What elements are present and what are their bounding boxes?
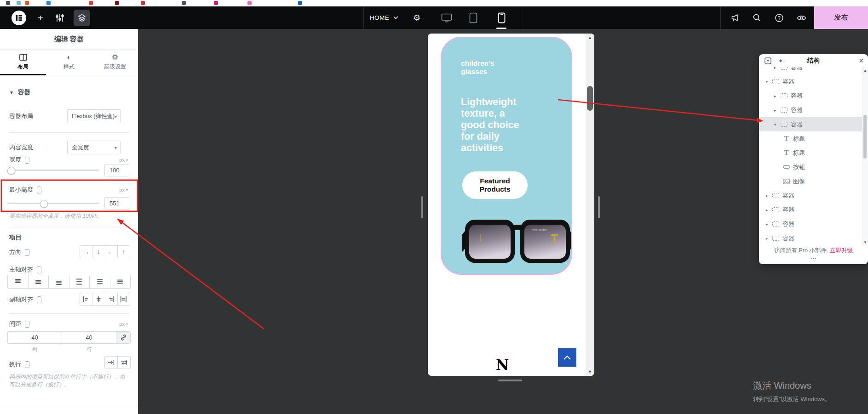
page-settings-icon[interactable]: ⚙ [408,6,425,29]
justify-center-button[interactable] [28,275,49,288]
mobile-preview-viewport[interactable]: children's glasses Lightweight texture, … [428,34,594,376]
site-settings-icon[interactable] [52,6,68,29]
preview-resize-handle-right[interactable] [598,196,600,218]
gap-row-input[interactable] [62,331,116,344]
browser-favicon[interactable] [247,1,252,5]
publish-button[interactable]: 发布 [814,6,868,29]
align-start-button[interactable] [80,293,92,305]
min-height-input[interactable] [104,197,129,210]
ai-sparkle-icon[interactable]: ✦˖ [777,57,786,65]
caret-right-icon[interactable]: ▸ [765,193,769,198]
elementor-logo[interactable] [7,6,30,29]
hero-main-heading[interactable]: Lightweight texture, a good choice for d… [461,96,519,154]
browser-favicon[interactable] [46,1,51,5]
browser-favicon[interactable] [182,1,186,5]
structure-row-heading[interactable]: T 标题 [759,146,862,160]
structure-row-image[interactable]: 图像 [759,174,862,188]
structure-row-heading[interactable]: T 标题 [759,131,862,146]
justify-end-button[interactable] [48,275,69,288]
justify-start-button[interactable] [8,275,28,288]
featured-products-button[interactable]: Featured Products [462,171,528,199]
scrollbar-thumb[interactable] [863,115,867,159]
scrollbar-thumb[interactable] [587,86,593,111]
browser-favicon[interactable] [17,1,21,5]
browser-favicon[interactable] [115,1,119,5]
preview-resize-handle-left[interactable] [421,196,423,218]
direction-row-reverse-button[interactable]: ← [105,246,117,258]
min-height-slider-handle[interactable] [40,200,48,208]
container-layout-select[interactable]: Flexbox (弹性盒) ▾ [67,109,121,123]
direction-column-button[interactable]: ↓ [92,246,104,258]
structure-row-container[interactable]: ▸ 容器 [759,67,862,74]
browser-favicon[interactable] [141,1,145,5]
gap-unit-select[interactable]: px▾ [119,321,128,327]
structure-row-container[interactable]: ▸ 容器 [759,203,862,217]
tab-style[interactable]: ◐ 样式 [46,49,92,75]
pro-upgrade-link[interactable]: 立即升级 [830,247,853,254]
mobile-indicator-icon[interactable] [25,321,29,328]
desktop-preview-icon[interactable] [438,6,455,29]
align-stretch-button[interactable] [117,293,130,305]
direction-column-reverse-button[interactable]: ↑ [117,246,130,258]
nowrap-button[interactable] [105,357,117,369]
browser-favicon[interactable] [298,1,302,5]
content-width-select[interactable]: 全宽度 ▾ [67,141,121,154]
help-icon[interactable]: ? [771,6,787,29]
direction-row-button[interactable]: → [80,246,92,258]
whats-new-icon[interactable] [727,6,743,29]
scroll-down-arrow[interactable]: ▼ [862,240,868,244]
mobile-indicator-icon[interactable] [25,157,29,164]
width-slider-handle[interactable] [7,167,15,175]
gap-link-button[interactable] [116,332,130,343]
footer-logo-letter[interactable]: N [496,357,509,373]
min-height-slider-track[interactable] [7,203,99,204]
browser-favicon[interactable] [6,1,10,5]
width-slider-track[interactable] [7,170,99,171]
mobile-indicator-icon[interactable] [25,249,29,256]
browser-favicon[interactable] [25,1,29,5]
mobile-indicator-icon[interactable] [37,296,41,303]
width-input[interactable] [104,164,129,176]
align-center-button[interactable] [92,293,104,305]
document-switcher[interactable]: HOME [366,6,402,29]
browser-favicon[interactable] [89,1,93,5]
align-end-button[interactable] [105,293,117,305]
structure-row-container[interactable]: ▸ 容器 [759,188,862,203]
structure-more[interactable]: ⋯ [759,255,868,262]
structure-row-button[interactable]: 按钮 [759,160,862,174]
caret-right-icon[interactable]: ▸ [765,236,769,241]
justify-space-between-button[interactable] [69,275,90,288]
structure-row-container[interactable]: ▾ 容器 [759,74,862,89]
collapse-all-icon[interactable] [764,57,772,65]
mobile-indicator-icon[interactable] [37,187,41,193]
hero-kicker-heading[interactable]: children's glasses [461,59,494,76]
structure-scrollbar[interactable]: ▲ ▼ [862,67,868,246]
section-container-header[interactable]: ▼ 容器 [9,88,30,96]
caret-right-icon[interactable]: ▸ [765,222,769,227]
caret-down-icon[interactable]: ▾ [765,79,769,84]
structure-row-container[interactable]: ▸ 容器 [759,89,862,103]
caret-down-icon[interactable]: ▾ [773,122,777,127]
preview-resize-handle-bottom[interactable] [498,380,522,381]
justify-space-around-button[interactable] [89,275,110,288]
tablet-preview-icon[interactable] [466,6,481,29]
justify-space-evenly-button[interactable] [110,275,131,288]
back-to-top-button[interactable] [558,348,576,367]
structure-row-container[interactable]: ▸ 容器 [759,103,862,117]
scroll-up-arrow[interactable]: ▲ [586,35,594,40]
tab-layout[interactable]: 布局 [0,49,46,75]
preview-scrollbar[interactable]: ▲ ▼ [586,34,594,376]
mobile-indicator-icon[interactable] [25,361,29,368]
scroll-down-arrow[interactable]: ▼ [586,369,594,374]
mobile-preview-icon[interactable] [494,6,509,29]
structure-row-container-selected[interactable]: ▾ 容器 [759,117,862,131]
tab-advanced[interactable]: ⚙ 高级设置 [92,49,138,75]
caret-right-icon[interactable]: ▸ [773,67,777,70]
min-height-unit-select[interactable]: px▾ [119,187,128,193]
close-icon[interactable]: ✕ [857,57,865,65]
width-unit-select[interactable]: px▾ [119,157,128,163]
structure-row-container[interactable]: ▸ 容器 [759,231,862,245]
preview-eye-icon[interactable] [793,6,809,29]
structure-row-container[interactable]: ▸ 容器 [759,217,862,231]
structure-panel-toggle[interactable] [73,6,91,29]
